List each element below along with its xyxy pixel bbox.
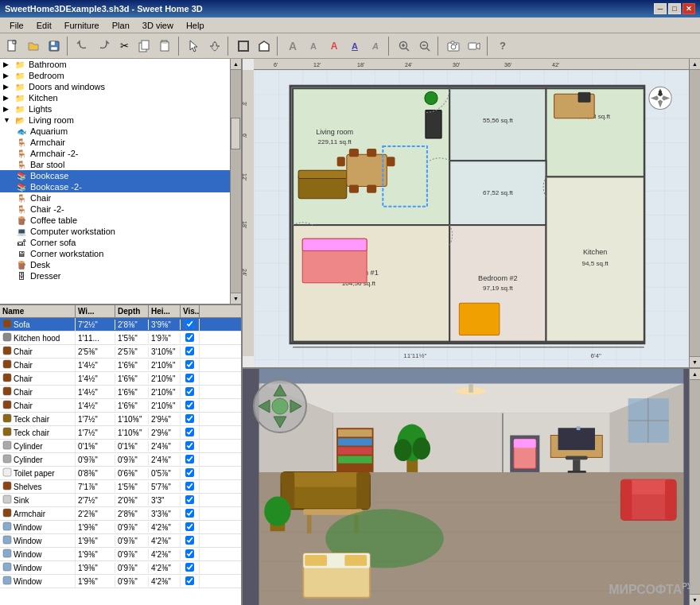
visibility-checkbox[interactable] <box>185 549 194 558</box>
view-3d[interactable]: МИРСОФТАРУ ▲ ▼ <box>243 369 700 605</box>
cell-visible[interactable] <box>181 467 200 479</box>
cut-button[interactable]: ✂ <box>115 37 134 56</box>
tree-item-kitchen[interactable]: ▶ 📁 Kitchen <box>0 92 230 103</box>
list-row[interactable]: Sofa 7'2½" 2'8⅜" 3'9⅝" <box>0 318 241 332</box>
cell-visible[interactable] <box>181 400 200 412</box>
visibility-checkbox[interactable] <box>185 428 194 436</box>
tree-item-desk[interactable]: 🪵 Desk <box>0 259 230 270</box>
text-a4-button[interactable]: A <box>366 37 385 56</box>
cell-visible[interactable] <box>181 508 200 520</box>
visibility-checkbox[interactable] <box>185 374 194 382</box>
cell-visible[interactable] <box>181 440 200 452</box>
plan-scroll-up[interactable]: ▲ <box>690 59 700 70</box>
cell-visible[interactable] <box>181 562 200 574</box>
tree-item-chair[interactable]: 🪑 Chair <box>0 192 230 204</box>
expand-bathroom[interactable]: ▶ <box>3 60 13 68</box>
tree-scroll-thumb[interactable] <box>231 118 240 149</box>
list-row[interactable]: Window 1'9⅜" 0'9⅞" 4'2⅜" <box>0 548 241 561</box>
menu-edit[interactable]: Edit <box>30 19 58 32</box>
visibility-checkbox[interactable] <box>185 563 194 572</box>
list-row[interactable]: Toilet paper 0'8⅜" 0'6⅜" 0'5⅞" <box>0 467 241 480</box>
minimize-button[interactable]: ─ <box>654 3 667 14</box>
list-row[interactable]: Armchair 2'2⅜" 2'8⅝" 3'3⅜" <box>0 507 241 521</box>
list-row[interactable]: Window 1'9⅜" 0'9⅞" 4'2⅜" <box>0 521 241 534</box>
list-row[interactable]: Chair 1'4½" 1'6⅝" 2'10⅝" <box>0 399 241 413</box>
redo-button[interactable] <box>94 37 113 56</box>
list-row[interactable]: Cylinder 0'1⅝" 0'1⅝" 2'4⅜" <box>0 440 241 453</box>
cell-visible[interactable] <box>181 549 200 560</box>
menu-3dview[interactable]: 3D view <box>136 19 180 32</box>
cell-visible[interactable] <box>181 386 200 398</box>
text-a2-button[interactable]: A <box>325 37 344 56</box>
plan-view[interactable]: Living room 229,11 sq.ft 55,56 sq.ft 83,… <box>254 70 689 367</box>
expand-bedroom[interactable]: ▶ <box>3 72 13 80</box>
cell-visible[interactable] <box>181 427 200 439</box>
tree-item-barstool[interactable]: 🪑 Bar stool <box>0 159 230 170</box>
maximize-button[interactable]: □ <box>668 3 681 14</box>
undo-button[interactable] <box>73 37 92 56</box>
tree-item-cornersofa[interactable]: 🛋 Corner sofa <box>0 237 230 248</box>
cell-visible[interactable] <box>181 535 200 547</box>
tree-item-compwork[interactable]: 💻 Computer workstation <box>0 226 230 237</box>
save-button[interactable] <box>45 37 64 56</box>
tree-item-coffeetable[interactable]: 🪵 Coffee table <box>0 215 230 226</box>
cell-visible[interactable] <box>181 373 200 385</box>
menu-plan[interactable]: Plan <box>106 19 136 32</box>
cell-visible[interactable] <box>181 359 200 371</box>
tree-item-armchair2[interactable]: 🪑 Armchair -2- <box>0 148 230 159</box>
menu-help[interactable]: Help <box>180 19 211 32</box>
visibility-checkbox[interactable] <box>185 522 194 531</box>
text-size-button[interactable]: A <box>283 37 302 56</box>
tree-item-bathroom[interactable]: ▶ 📁 Bathroom <box>0 59 230 70</box>
visibility-checkbox[interactable] <box>185 320 194 328</box>
close-button[interactable]: ✕ <box>682 3 695 14</box>
visibility-checkbox[interactable] <box>185 536 194 545</box>
pan-button[interactable] <box>205 37 224 56</box>
floor-plan[interactable]: 6' 12' 18' 24' 30' 36' 42' 3' 6' 12' 18' <box>243 59 700 369</box>
paste-button[interactable] <box>156 37 175 56</box>
visibility-checkbox[interactable] <box>185 482 194 491</box>
list-row[interactable]: Chair 2'5⅜" 2'5⅞" 3'10⅝" <box>0 345 241 359</box>
cell-visible[interactable] <box>181 454 200 466</box>
visibility-checkbox[interactable] <box>185 495 194 504</box>
list-row[interactable]: Teck chair 1'7½" 1'10⅝" 2'9⅛" <box>0 413 241 426</box>
tree-vscroll[interactable]: ▲ ▼ <box>230 59 241 304</box>
tree-item-dresser[interactable]: 🗄 Dresser <box>0 270 230 281</box>
cell-visible[interactable] <box>181 332 200 344</box>
cell-visible[interactable] <box>181 346 200 358</box>
tree-item-doors[interactable]: ▶ 📁 Doors and windows <box>0 81 230 92</box>
text-a1-button[interactable]: A <box>304 37 323 56</box>
visibility-checkbox[interactable] <box>185 387 194 396</box>
visibility-checkbox[interactable] <box>185 441 194 450</box>
room-button[interactable] <box>255 37 274 56</box>
tree-item-armchair[interactable]: 🪑 Armchair <box>0 137 230 148</box>
text-a3-button[interactable]: A <box>345 37 364 56</box>
tree-item-lights[interactable]: ▶ 📁 Lights <box>0 103 230 114</box>
tree-item-bookcase2[interactable]: 📚 Bookcase -2- <box>0 181 230 192</box>
list-row[interactable]: Window 1'9⅜" 0'9⅞" 4'2⅜" <box>0 534 241 548</box>
visibility-checkbox[interactable] <box>185 576 194 585</box>
video-button[interactable] <box>465 37 484 56</box>
visibility-checkbox[interactable] <box>185 360 194 369</box>
cell-visible[interactable] <box>181 413 200 425</box>
list-row[interactable]: Chair 1'4½" 1'6⅝" 2'10⅝" <box>0 372 241 386</box>
help-button[interactable]: ? <box>493 37 512 56</box>
list-row[interactable]: Sink 2'7½" 2'0⅜" 3'3" <box>0 494 241 507</box>
visibility-checkbox[interactable] <box>185 333 194 342</box>
pointer-button[interactable] <box>185 37 204 56</box>
cell-visible[interactable] <box>181 494 200 506</box>
expand-lights[interactable]: ▶ <box>3 105 13 113</box>
list-row[interactable]: Cylinder 0'9⅞" 0'9⅞" 2'4⅜" <box>0 453 241 467</box>
list-row[interactable]: Shelves 7'1⅞" 1'5⅜" 5'7⅜" <box>0 480 241 494</box>
new-button[interactable] <box>3 37 22 56</box>
cell-visible[interactable] <box>181 481 200 493</box>
cell-visible[interactable] <box>181 522 200 533</box>
wall-button[interactable] <box>234 37 253 56</box>
expand-kitchen[interactable]: ▶ <box>3 94 13 102</box>
plan-scroll-down[interactable]: ▼ <box>690 356 700 367</box>
zoom-in-button[interactable] <box>395 37 414 56</box>
visibility-checkbox[interactable] <box>185 401 194 409</box>
list-row[interactable]: Chair 1'4½" 1'6⅝" 2'10⅝" <box>0 386 241 399</box>
zoom-out-button[interactable] <box>415 37 434 56</box>
tree-item-chair2[interactable]: 🪑 Chair -2- <box>0 204 230 215</box>
